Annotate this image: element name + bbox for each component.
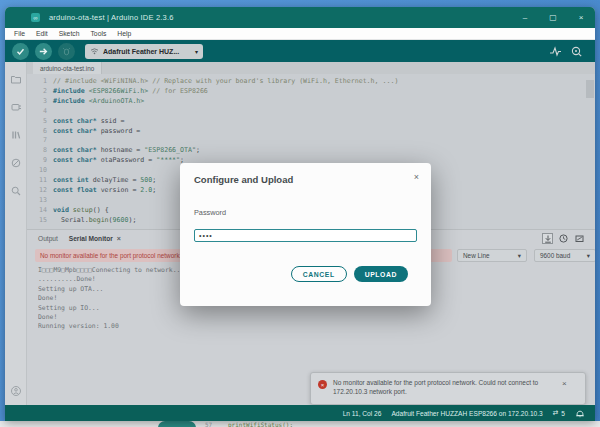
line-number: 10 <box>27 166 47 174</box>
window-title: arduino-ota-test | Arduino IDE 2.3.6 <box>49 13 174 22</box>
code-text: void setup() { <box>53 206 109 214</box>
clear-icon <box>575 234 584 243</box>
autoscroll-toggle[interactable] <box>542 233 553 244</box>
toast-message: No monitor available for the port protoc… <box>333 379 558 404</box>
code-line[interactable]: 1// #include <WiFiNINA.h> // Replace wit… <box>27 77 595 87</box>
bell-icon[interactable] <box>575 409 585 418</box>
sketchbook-icon[interactable] <box>10 73 22 85</box>
line-number: 5 <box>27 117 47 125</box>
line-number: 2 <box>27 87 47 95</box>
clock-icon <box>559 234 568 243</box>
line-ending-dropdown[interactable]: New Line ▾ <box>457 249 527 262</box>
baud-rate-dropdown[interactable]: 9600 baud ▾ <box>534 249 595 262</box>
line-number: 9 <box>27 156 47 164</box>
arrow-right-icon <box>39 47 48 56</box>
code-line[interactable]: 2#include <ESP8266WiFi.h> // for ESP8266 <box>27 87 595 97</box>
menu-bar: FileEditSketchToolsHelp <box>5 28 595 40</box>
minimize-button[interactable]: – <box>511 7 539 28</box>
menu-file[interactable]: File <box>14 30 25 37</box>
search-icon[interactable] <box>10 185 22 197</box>
notification-toast: × No monitor available for the port prot… <box>310 372 586 405</box>
debug-button[interactable] <box>58 43 75 60</box>
sync-icon: ⇄ <box>553 409 559 417</box>
board-selector[interactable]: Adafruit Feather HUZ... ▾ <box>85 44 203 59</box>
boards-manager-icon[interactable] <box>10 101 22 113</box>
upload-button[interactable] <box>35 43 52 60</box>
dismiss-toast-icon[interactable]: × <box>562 379 567 404</box>
background-code-text: printWifiStatus(); <box>228 421 293 427</box>
close-tab-icon[interactable]: × <box>117 235 121 242</box>
background-window-strip: 57 printWifiStatus(); <box>0 421 600 427</box>
status-bar: Ln 11, Col 26 Adafruit Feather HUZZAH ES… <box>5 405 595 421</box>
library-manager-icon[interactable] <box>10 129 22 141</box>
code-text: #include <ArduinoOTA.h> <box>53 97 144 105</box>
code-text: #include <ESP8266WiFi.h> // for ESP8266 <box>53 87 208 95</box>
code-text: Serial.begin(9600); <box>53 216 136 224</box>
debug-icon[interactable] <box>10 157 22 169</box>
code-line[interactable]: 8const char* hostname = "ESP8266_OTA"; <box>27 146 595 156</box>
code-line[interactable]: 4 <box>27 107 595 117</box>
timestamp-toggle[interactable] <box>558 233 569 244</box>
serial-plotter-icon[interactable] <box>549 45 562 58</box>
line-number: 8 <box>27 146 47 154</box>
wifi-icon <box>90 47 99 55</box>
password-label: Password <box>194 208 226 217</box>
code-text: const float version = 2.0; <box>53 186 156 194</box>
scroll-down-icon <box>544 235 552 243</box>
code-text: const int delayTime = 500; <box>53 176 156 184</box>
upload-button[interactable]: UPLOAD <box>354 266 408 282</box>
board-selector-label: Adafruit Feather HUZ... <box>103 48 191 55</box>
cancel-button[interactable]: CANCEL <box>291 266 347 282</box>
menu-help[interactable]: Help <box>117 30 131 37</box>
dialog-title: Configure and Upload <box>194 174 293 185</box>
board-port-status[interactable]: Adafruit Feather HUZZAH ESP8266 on 172.2… <box>391 410 542 417</box>
chevron-down-icon: ▾ <box>587 252 590 260</box>
close-button[interactable]: × <box>567 7 595 28</box>
desktop-background: 57 printWifiStatus(); ∞ arduino-ota-test… <box>0 0 600 427</box>
clear-output-button[interactable] <box>574 233 585 244</box>
code-line[interactable]: 7 <box>27 136 595 146</box>
account-icon[interactable] <box>10 385 22 397</box>
code-text: const char* password = <box>53 127 144 135</box>
sync-indicator[interactable]: ⇄ 5 <box>553 409 565 417</box>
background-window-button <box>158 421 196 427</box>
activity-sidebar <box>5 62 27 405</box>
serial-monitor-icon[interactable] <box>570 45 583 58</box>
line-number: 3 <box>27 97 47 105</box>
configure-upload-dialog: Configure and Upload × Password •••• CAN… <box>180 163 431 306</box>
dialog-close-icon[interactable]: × <box>414 172 419 182</box>
check-icon <box>16 47 25 56</box>
code-text: const char* ssid = <box>53 117 128 125</box>
cursor-position[interactable]: Ln 11, Col 26 <box>343 410 382 417</box>
menu-edit[interactable]: Edit <box>36 30 48 37</box>
tab-output[interactable]: Output <box>38 235 58 242</box>
line-number: 7 <box>27 136 47 144</box>
password-input[interactable]: •••• <box>194 229 417 242</box>
serial-output-line: Done! <box>38 313 591 322</box>
tab-serial-monitor[interactable]: Serial Monitor × <box>69 235 121 242</box>
title-bar[interactable]: ∞ arduino-ota-test | Arduino IDE 2.3.6 –… <box>5 7 595 28</box>
verify-button[interactable] <box>12 43 29 60</box>
code-text: // #include <WiFiNINA.h> // Replace with… <box>53 77 398 85</box>
background-line-number: 57 <box>205 421 212 427</box>
bug-icon <box>62 47 71 56</box>
editor-tab-bar: arduino-ota-test.ino <box>27 62 595 74</box>
menu-sketch[interactable]: Sketch <box>59 30 80 37</box>
toolbar: Adafruit Feather HUZ... ▾ <box>5 40 595 62</box>
line-number: 12 <box>27 186 47 194</box>
serial-output-line: Running version: 1.00 <box>38 322 591 331</box>
code-line[interactable]: 6const char* password = <box>27 127 595 137</box>
line-number: 15 <box>27 216 47 224</box>
code-line[interactable]: 5const char* ssid = <box>27 117 595 127</box>
menu-tools[interactable]: Tools <box>90 30 106 37</box>
chevron-down-icon: ▾ <box>518 252 521 260</box>
tab-arduino-ota-test[interactable]: arduino-ota-test.ino <box>33 62 102 74</box>
line-number: 14 <box>27 206 47 214</box>
code-line[interactable]: 3#include <ArduinoOTA.h> <box>27 97 595 107</box>
code-text: const char* otaPassword = "****"; <box>53 156 184 164</box>
maximize-button[interactable]: ▢ <box>539 7 567 28</box>
arduino-ide-window: ∞ arduino-ota-test | Arduino IDE 2.3.6 –… <box>5 7 595 421</box>
password-value: •••• <box>199 232 213 239</box>
line-number: 1 <box>27 77 47 85</box>
line-number: 11 <box>27 176 47 184</box>
